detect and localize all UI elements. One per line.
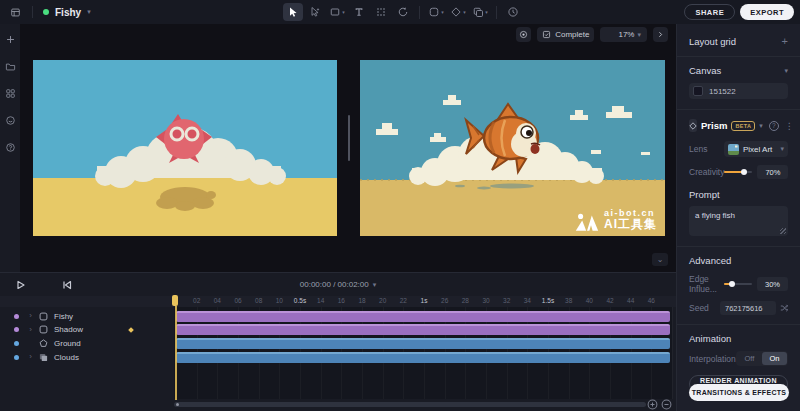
rotate-tool-button[interactable] — [393, 3, 413, 21]
export-button[interactable]: EXPORT — [740, 4, 794, 20]
timecode-dropdown[interactable]: 00:00:00 / 00:02:00 ▾ — [300, 280, 376, 289]
snapshot-button[interactable] — [516, 27, 531, 42]
layer-name: Ground — [54, 339, 81, 348]
layer-color-dot — [14, 314, 19, 319]
collapse-timeline-button[interactable]: ⌄ — [652, 253, 668, 266]
split-view-button[interactable] — [600, 27, 612, 42]
history-tool-button[interactable] — [503, 3, 523, 21]
timeline: 00:00:00 / 00:02:00 ▾ 02040608100.5s1416… — [0, 272, 676, 411]
prism-collapse-chevron-icon[interactable]: ▾ — [759, 122, 763, 130]
share-button[interactable]: SHARE — [684, 4, 735, 20]
track-lanes[interactable] — [174, 307, 672, 399]
layer-list: ›Fishy›Shadow›Ground›Clouds — [0, 307, 173, 399]
prompt-value: a flying fish — [695, 211, 735, 220]
canvas-color-input[interactable]: 151522 — [689, 83, 788, 99]
layer-name: Clouds — [54, 353, 79, 362]
add-layout-grid-button[interactable]: + — [782, 35, 788, 47]
watermark-line2: AI工具集 — [604, 218, 657, 231]
ruler-label: 06 — [234, 297, 241, 304]
layer-expand-chevron-icon[interactable]: › — [26, 312, 35, 320]
play-button[interactable] — [14, 278, 28, 292]
pixel-grid-tool-button[interactable] — [371, 3, 391, 21]
text-tool-button[interactable] — [349, 3, 369, 21]
artboard-frame-2[interactable]: ai-bot.cn AI工具集 — [360, 60, 665, 236]
ruler-label: 16 — [338, 297, 345, 304]
watermark-logo-icon — [575, 213, 599, 231]
view-controls: 17% ▾ — [600, 27, 647, 42]
divider — [677, 324, 800, 325]
layer-name: Fishy — [54, 312, 73, 321]
diamond-tool-button[interactable]: ▾ — [448, 3, 468, 21]
canvas-scrollbar[interactable] — [348, 115, 350, 161]
complete-button[interactable]: Complete — [537, 27, 594, 42]
frame-tool-button[interactable]: ▾ — [426, 3, 446, 21]
ruler-label: 44 — [627, 297, 634, 304]
ruler-label: 0.5s — [294, 297, 306, 304]
zoom-in-icon[interactable] — [647, 399, 658, 410]
canvas-color-swatch[interactable] — [693, 86, 703, 96]
shuffle-seed-icon[interactable] — [780, 304, 788, 312]
prism-help-icon[interactable]: ? — [769, 121, 779, 131]
layer-row-fishy[interactable]: ›Fishy — [0, 310, 173, 323]
grid-line — [672, 307, 673, 399]
left-sidebar — [0, 24, 20, 272]
boolean-tool-button[interactable]: ▾ — [470, 3, 490, 21]
comments-icon[interactable] — [3, 113, 17, 127]
add-icon[interactable] — [3, 32, 17, 46]
toolbar: ▾▾▾▾ — [283, 0, 523, 24]
creativity-slider[interactable] — [724, 168, 752, 176]
keyframe-indicator[interactable] — [128, 327, 134, 333]
prompt-label: Prompt — [689, 189, 788, 200]
seed-label: Seed — [689, 303, 709, 313]
layer-row-clouds[interactable]: ›Clouds — [0, 351, 173, 364]
project-menu-chevron-icon[interactable]: ▾ — [87, 8, 91, 16]
edge-influence-slider[interactable] — [724, 280, 752, 288]
track-bar-fishy[interactable] — [176, 311, 670, 322]
canvas-section-chevron-icon[interactable]: ▾ — [784, 67, 788, 75]
track-bar-ground[interactable] — [176, 338, 670, 349]
skip-to-start-button[interactable] — [60, 278, 74, 292]
canvas-area[interactable]: Complete 17% ▾ — [20, 24, 676, 272]
timecode-value: 00:00:00 / 00:02:00 — [300, 280, 369, 289]
prism-menu-icon[interactable]: ⋮ — [785, 121, 794, 131]
artboard-frame-1[interactable] — [33, 60, 337, 236]
help-icon[interactable] — [3, 140, 17, 154]
project-status-dot — [43, 9, 49, 15]
toolbar-divider — [419, 6, 420, 19]
lens-dropdown[interactable]: Pixel Art ▾ — [724, 141, 788, 157]
ruler-label: 26 — [441, 297, 448, 304]
direct-select-tool-button[interactable] — [305, 3, 325, 21]
app-menu-icon[interactable] — [8, 5, 22, 19]
zoom-chevron-icon: ▾ — [637, 31, 641, 39]
track-bar-clouds[interactable] — [176, 352, 670, 363]
zoom-out-icon[interactable] — [661, 399, 672, 410]
ruler-label: 28 — [462, 297, 469, 304]
resize-handle[interactable] — [780, 228, 786, 234]
layer-color-dot — [14, 327, 19, 332]
interpolation-on-button[interactable]: On — [762, 352, 787, 365]
layer-expand-chevron-icon[interactable]: › — [26, 353, 35, 361]
layer-row-shadow[interactable]: ›Shadow — [0, 323, 173, 336]
rectangle-tool-button[interactable]: ▾ — [327, 3, 347, 21]
layer-row-ground[interactable]: ›Ground — [0, 337, 173, 350]
playhead-handle[interactable] — [172, 295, 178, 306]
zoom-dropdown[interactable]: 17% ▾ — [612, 27, 647, 42]
folder-icon[interactable] — [3, 59, 17, 73]
expand-panel-button[interactable] — [653, 27, 668, 42]
timeline-scrollbar[interactable] — [174, 402, 646, 407]
edge-influence-value[interactable]: 30% — [757, 277, 788, 291]
seed-input[interactable]: 762175616 — [720, 301, 776, 315]
ruler-label: 08 — [255, 297, 262, 304]
layer-expand-chevron-icon[interactable]: › — [26, 326, 35, 334]
track-bar-shadow[interactable] — [176, 324, 670, 335]
creativity-value[interactable]: 70% — [757, 165, 788, 179]
interpolation-off-button[interactable]: Off — [737, 352, 762, 365]
ruler-label: 20 — [379, 297, 386, 304]
prompt-textarea[interactable]: a flying fish — [689, 206, 788, 236]
select-tool-button[interactable] — [283, 3, 303, 21]
timeline-ruler[interactable]: 02040608100.5s14161820221s26283032341.5s… — [0, 296, 676, 307]
assets-icon[interactable] — [3, 86, 17, 100]
zoom-value: 17% — [618, 30, 634, 39]
ruler-label: 22 — [400, 297, 407, 304]
transitions-effects-button[interactable]: TRANSITIONS & EFFECTS — [689, 384, 789, 401]
